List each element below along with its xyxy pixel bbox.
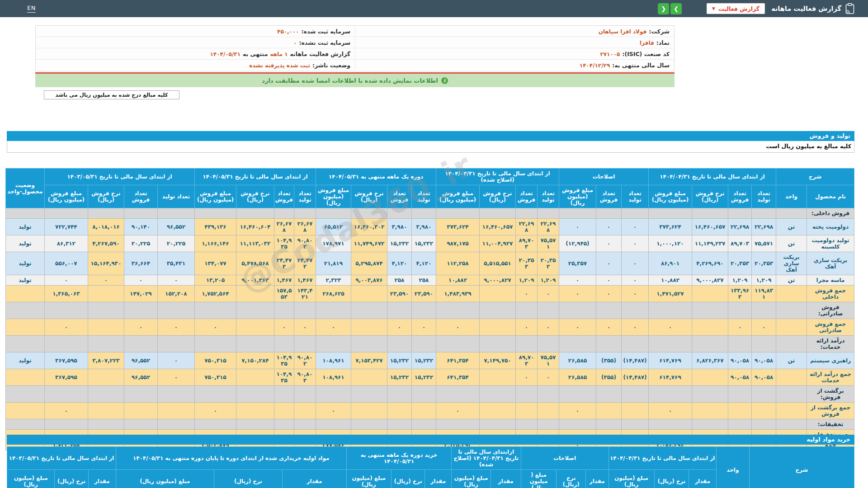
table-cell bbox=[5, 386, 44, 403]
table-cell: ۲۱,۸۱۹ bbox=[316, 252, 351, 275]
table-cell: ۱,۳۶۵,۰۶۳ bbox=[44, 286, 88, 302]
row-label: فروش صادراتی: bbox=[807, 302, 854, 319]
info-field: گزارش فعالیت ماهانه۱ ماههمنتهی به۱۴۰۴/۰۵… bbox=[36, 49, 355, 59]
table-cell bbox=[194, 419, 236, 430]
table-cell: ۲۶,۵۸۵ bbox=[559, 352, 596, 369]
top-bar-right-group: گزارش فعالیت ماهانه گزارش فعالیت ▼ ❯ ❮ bbox=[656, 3, 854, 14]
table-cell: ۰ bbox=[559, 403, 596, 419]
amounts-unit-note: کلیه مبالغ درج شده به میلیون ریال می باش… bbox=[44, 90, 179, 99]
table-cell bbox=[194, 336, 236, 352]
table-cell: ۱۱,۱۱۳,۰۳۲ bbox=[236, 235, 274, 252]
table-cell: ۲۵۸ bbox=[387, 275, 411, 286]
table-cell bbox=[776, 386, 807, 403]
column-header: تعداد تولید bbox=[294, 185, 316, 208]
table-cell bbox=[411, 302, 436, 319]
info-field: سرمایه ثبت شده:۴۵۰,۰۰۰ bbox=[36, 27, 355, 36]
table-cell: ۴,۲۶۹,۶۹۰ bbox=[692, 252, 728, 275]
next-report-button[interactable]: ❯ bbox=[670, 3, 682, 14]
column-group-header: واحد bbox=[716, 447, 749, 488]
column-header: تعداد فروش bbox=[124, 185, 157, 208]
table-cell bbox=[236, 386, 274, 403]
table-cell bbox=[692, 319, 728, 336]
table-cell: ۱,۴۶۷ bbox=[274, 275, 294, 286]
table-cell: ۲۳,۵۹۰ bbox=[387, 286, 411, 302]
table-cell bbox=[236, 319, 274, 336]
column-header: تعداد فروش bbox=[274, 185, 294, 208]
table-cell: ۲۲,۶۹۸ bbox=[751, 219, 776, 235]
table-cell: ۱۶,۴۶۰,۳۰۲ bbox=[351, 219, 387, 235]
table-cell bbox=[479, 419, 515, 430]
table-cell bbox=[44, 208, 88, 219]
top-bar: گزارش فعالیت ماهانه گزارش فعالیت ▼ ❯ ❮ E… bbox=[0, 0, 868, 17]
row-label: فروش داخلی: bbox=[807, 208, 854, 219]
table-cell bbox=[316, 336, 351, 352]
table-cell bbox=[351, 319, 387, 336]
table-cell: ۷۵,۵۷۱ bbox=[537, 235, 559, 252]
table-cell bbox=[515, 336, 537, 352]
column-header: مبلغ (میلیون ریال) bbox=[609, 470, 654, 488]
row-label: راهبری سیستم bbox=[807, 352, 854, 369]
table-cell: ۳,۹۸۰ bbox=[411, 219, 436, 235]
table-cell: (۱۴,۴۸۷) bbox=[621, 369, 648, 386]
info-value: ۴۵۰,۰۰۰ bbox=[277, 28, 299, 35]
table-cell bbox=[648, 208, 692, 219]
report-type-dropdown[interactable]: گزارش فعالیت ▼ bbox=[707, 3, 765, 14]
table-cell bbox=[692, 386, 728, 403]
table-cell: ۱۵,۲۳۲ bbox=[411, 369, 436, 386]
table-cell: ۱۱۹,۸۳۱ bbox=[751, 286, 776, 302]
table-cell: ۲۲,۶۹۸ bbox=[537, 219, 559, 235]
table-cell: ۱,۷۵۲,۵۶۴ bbox=[194, 286, 236, 302]
page: گزارش فعالیت ماهانه گزارش فعالیت ▼ ❯ ❮ E… bbox=[0, 0, 868, 488]
table-cell: ۰ bbox=[621, 319, 648, 336]
table-cell: ۵,۲۹۵,۸۷۴ bbox=[351, 252, 387, 275]
column-header: نرخ فروش (ریال) bbox=[351, 185, 387, 208]
table-cell bbox=[515, 302, 537, 319]
column-header: مبلغ (میلیون ریال) bbox=[452, 470, 491, 488]
table-cell bbox=[387, 403, 411, 419]
table-cell: ۰ bbox=[621, 235, 648, 252]
table-cell: ۶۴۱,۳۵۴ bbox=[436, 352, 479, 369]
column-header: نرخ (ریال) bbox=[557, 470, 586, 488]
table-cell: ۰ bbox=[596, 275, 621, 286]
table-cell: ۲۴,۴۷۳ bbox=[274, 252, 294, 275]
table-cell: تولید bbox=[5, 275, 44, 286]
table-cell: ۷۵,۵۷۱ bbox=[537, 352, 559, 369]
table-cell: ۱۱,۰۰۴,۹۲۷ bbox=[479, 235, 515, 252]
table-cell: ۵,۴۷۸,۵۶۸ bbox=[236, 252, 274, 275]
table-cell: ۷۲۲,۷۴۴ bbox=[44, 219, 88, 235]
table-cell bbox=[776, 286, 807, 302]
table-cell bbox=[124, 302, 157, 319]
language-toggle-en[interactable]: EN bbox=[27, 5, 36, 13]
table-cell bbox=[5, 369, 44, 386]
table-cell bbox=[621, 302, 648, 319]
column-header: تعداد تولید bbox=[411, 185, 436, 208]
table-cell bbox=[157, 208, 194, 219]
table-cell: ۰ bbox=[194, 403, 236, 419]
column-header: نرخ فروش (ریال) bbox=[88, 185, 124, 208]
table-cell: ۸۹,۷۰۳ bbox=[515, 235, 537, 252]
table-cell: ۳,۹۸۰ bbox=[387, 219, 411, 235]
info-value: فولاد افزا سپاهان bbox=[599, 28, 647, 35]
table-cell: ۰ bbox=[515, 319, 537, 336]
table-cell: ۲۰,۳۵۳ bbox=[515, 252, 537, 275]
column-group-header: اصلاحات bbox=[521, 447, 609, 470]
table-cell: ۰ bbox=[559, 319, 596, 336]
table-cell bbox=[751, 336, 776, 352]
table-cell bbox=[559, 336, 596, 352]
table-cell bbox=[194, 302, 236, 319]
table-cell: ۶۱۴,۷۶۹ bbox=[648, 352, 692, 369]
table-cell: ۲۵۸ bbox=[411, 275, 436, 286]
table-cell: ۱۵۲,۲۰۸ bbox=[157, 286, 194, 302]
previous-report-button[interactable]: ❮ bbox=[658, 3, 669, 14]
chevron-down-icon: ▼ bbox=[712, 7, 715, 11]
table-cell: ۱۵,۲۳۲ bbox=[411, 235, 436, 252]
table-cell: ۷,۱۵۳,۴۲۷ bbox=[351, 352, 387, 369]
table-cell bbox=[621, 386, 648, 403]
table-cell bbox=[351, 336, 387, 352]
table-cell: ۷۵۰,۳۱۵ bbox=[194, 369, 236, 386]
table-cell bbox=[559, 419, 596, 430]
table-cell bbox=[537, 386, 559, 403]
column-group-header: وضعیت محصول-واحد bbox=[5, 169, 44, 208]
table-cell bbox=[88, 302, 124, 319]
table-cell: ۱,۰۰۰,۱۲۰ bbox=[648, 235, 692, 252]
